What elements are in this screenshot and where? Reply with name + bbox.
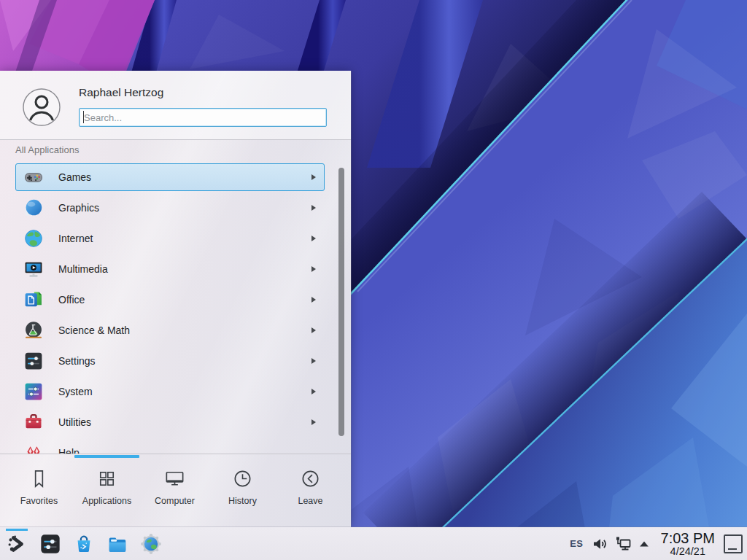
category-item-system[interactable]: System bbox=[15, 378, 325, 405]
taskbar-panel: ES 7:03 PM 4/24/21 bbox=[0, 527, 747, 560]
science-flask-icon bbox=[23, 320, 44, 341]
dolphin-folder-icon bbox=[107, 533, 128, 555]
user-name: Raphael Hertzog bbox=[79, 86, 163, 99]
category-list: Games Graphics Internet Multimedia Offic… bbox=[15, 163, 325, 454]
scrollbar-thumb[interactable] bbox=[338, 168, 344, 436]
graphics-sphere-icon bbox=[23, 198, 44, 218]
search-input[interactable] bbox=[79, 108, 327, 127]
taskbar-discover-software-button[interactable] bbox=[73, 533, 95, 555]
clock-date: 4/24/21 bbox=[670, 546, 705, 557]
grid-icon bbox=[96, 467, 118, 490]
submenu-arrow-icon bbox=[311, 358, 316, 364]
submenu-arrow-icon bbox=[311, 389, 316, 394]
help-red-icon bbox=[23, 443, 44, 454]
taskbar-system-settings-button[interactable] bbox=[39, 533, 61, 555]
category-label: Multimedia bbox=[58, 263, 108, 275]
leave-icon bbox=[299, 467, 322, 490]
application-launcher-popup: Raphael Hertzog All Applications Games G… bbox=[0, 71, 351, 527]
category-label: Office bbox=[58, 294, 85, 306]
submenu-arrow-icon bbox=[311, 236, 316, 241]
category-item-science-math[interactable]: Science & Math bbox=[15, 316, 325, 344]
taskbar-web-browser-button[interactable] bbox=[140, 533, 162, 555]
category-label: Utilities bbox=[58, 416, 91, 428]
category-item-internet[interactable]: Internet bbox=[15, 225, 325, 252]
gamepad-icon bbox=[23, 167, 44, 187]
submenu-arrow-icon bbox=[311, 174, 316, 180]
user-avatar-icon[interactable] bbox=[23, 88, 61, 126]
category-label: Help bbox=[58, 447, 80, 454]
volume-icon[interactable] bbox=[591, 535, 608, 553]
tab-label: Computer bbox=[155, 496, 195, 506]
history-icon bbox=[231, 467, 254, 490]
category-item-multimedia[interactable]: Multimedia bbox=[15, 255, 325, 283]
category-label: Graphics bbox=[58, 202, 99, 214]
submenu-arrow-icon bbox=[311, 419, 316, 425]
category-label: Games bbox=[58, 171, 91, 183]
digital-clock[interactable]: 7:03 PM 4/24/21 bbox=[661, 531, 715, 557]
utilities-toolbox-icon bbox=[23, 412, 44, 432]
submenu-arrow-icon bbox=[311, 327, 316, 333]
tab-label: Applications bbox=[82, 496, 131, 506]
settings-dark-icon bbox=[39, 533, 61, 555]
section-label: All Applications bbox=[15, 144, 79, 155]
clock-time: 7:03 PM bbox=[661, 531, 715, 546]
category-item-utilities[interactable]: Utilities bbox=[15, 408, 325, 436]
system-sliders-icon bbox=[23, 381, 44, 402]
tab-label: Favorites bbox=[20, 496, 58, 506]
system-tray: ES 7:03 PM 4/24/21 bbox=[570, 527, 743, 560]
show-desktop-button[interactable] bbox=[724, 534, 743, 553]
submenu-arrow-icon bbox=[311, 266, 316, 272]
tab-label: History bbox=[228, 496, 257, 506]
category-item-graphics[interactable]: Graphics bbox=[15, 194, 325, 222]
settings-sliders-icon bbox=[23, 351, 44, 371]
category-label: Science & Math bbox=[58, 324, 130, 336]
office-documents-icon bbox=[23, 289, 44, 310]
expand-tray-icon[interactable] bbox=[638, 537, 651, 551]
bookmark-icon bbox=[28, 467, 50, 490]
tab-computer[interactable]: Computer bbox=[141, 458, 209, 527]
category-item-office[interactable]: Office bbox=[15, 286, 325, 314]
submenu-arrow-icon bbox=[311, 297, 316, 303]
computer-icon bbox=[163, 467, 186, 490]
network-icon[interactable] bbox=[614, 535, 632, 553]
tab-leave[interactable]: Leave bbox=[276, 458, 344, 527]
tab-favorites[interactable]: Favorites bbox=[5, 458, 73, 527]
taskbar-file-manager-button[interactable] bbox=[107, 533, 128, 555]
discover-bag-icon bbox=[73, 533, 95, 555]
taskbar-launchers bbox=[6, 527, 162, 560]
keyboard-layout-indicator[interactable]: ES bbox=[570, 538, 583, 549]
tab-label: Leave bbox=[298, 496, 322, 506]
text-caret bbox=[83, 111, 84, 123]
category-item-help[interactable]: Help bbox=[15, 439, 325, 454]
category-label: Settings bbox=[58, 355, 96, 367]
category-label: System bbox=[58, 386, 93, 397]
category-item-settings[interactable]: Settings bbox=[15, 347, 325, 375]
submenu-arrow-icon bbox=[311, 205, 316, 211]
category-item-games[interactable]: Games bbox=[15, 163, 325, 191]
launcher-tabbar: Favorites Applications Computer History … bbox=[5, 458, 345, 527]
tab-applications[interactable]: Applications bbox=[73, 458, 141, 527]
launcher-header: Raphael Hertzog bbox=[0, 71, 351, 140]
tab-history[interactable]: History bbox=[209, 458, 276, 527]
list-separator bbox=[0, 454, 351, 454]
taskbar-application-launcher-button[interactable] bbox=[6, 533, 28, 555]
browser-globe-gear-icon bbox=[140, 533, 162, 555]
category-label: Internet bbox=[58, 233, 93, 244]
multimedia-screen-icon bbox=[23, 259, 44, 279]
globe-icon bbox=[23, 228, 44, 249]
kde-launcher-icon bbox=[6, 533, 28, 555]
